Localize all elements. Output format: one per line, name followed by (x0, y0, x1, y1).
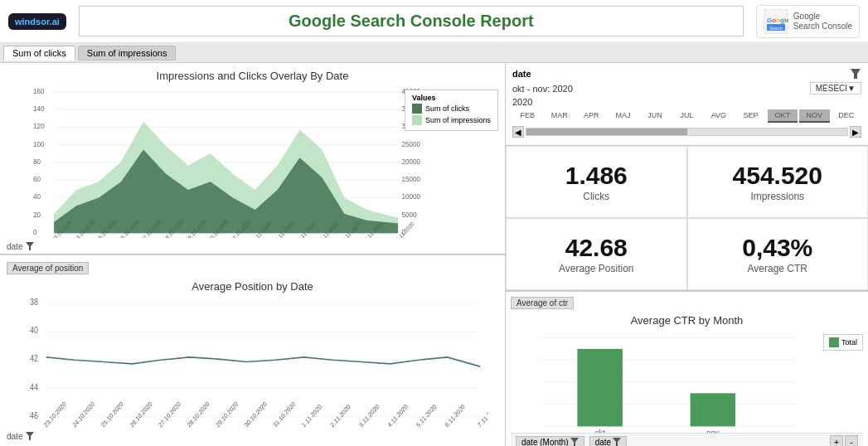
meseci-button[interactable]: MESECI ▼ (810, 82, 861, 95)
legend-title: Values (412, 94, 491, 102)
slider-row: ◀ ▶ (512, 126, 861, 138)
chart-legend: Values Sum of clicks Sum of impressions (405, 90, 498, 131)
svg-marker-76 (26, 432, 34, 440)
month-apr[interactable]: APR (576, 109, 606, 123)
ctr-legend: Total (823, 334, 863, 351)
svg-text:2.11.2020: 2.11.2020 (329, 403, 352, 428)
svg-text:40: 40 (33, 192, 41, 201)
clicks-label: Clicks (583, 191, 609, 202)
clicks-value: 1.486 (565, 162, 628, 189)
svg-text:27.10.2020: 27.10.2020 (157, 400, 182, 428)
date-range: okt - nov: 2020 MESECI ▼ (512, 82, 861, 95)
tabs-bar: Sum of clicks Sum of impressions (0, 43, 868, 63)
filter-icon4[interactable] (613, 438, 621, 446)
svg-text:80: 80 (33, 158, 41, 166)
svg-text:140: 140 (33, 104, 45, 113)
month-nov[interactable]: NOV (799, 109, 829, 123)
date-label2: date (7, 432, 22, 441)
svg-text:160: 160 (33, 86, 45, 95)
google-logo-text: GoogleSearch Console (793, 12, 852, 32)
svg-text:okt: okt (595, 429, 605, 433)
svg-text:24.10.2020: 24.10.2020 (71, 400, 96, 428)
filter-icon3[interactable] (570, 438, 579, 446)
google-logo: Google Search GoogleSearch Console (756, 5, 860, 38)
left-panel: Impressions and Clicks Overlay By Date 1… (0, 63, 506, 446)
bar-okt (577, 349, 622, 426)
date-filter-label: date (512, 69, 531, 79)
position-section: Average of position Average Position by … (0, 255, 505, 446)
ctr-chart: 0,0045 0,0044 0,0043 0,0042 0,0041 okt n… (540, 330, 826, 433)
position-label: Average Position (559, 263, 634, 274)
metric-clicks: 1.486 Clicks (506, 146, 687, 218)
svg-marker-91 (613, 438, 621, 446)
month-jul[interactable]: JUL (672, 109, 701, 123)
month-okt[interactable]: OKT (768, 109, 798, 123)
windsor-logo: windsor.ai (8, 13, 66, 30)
month-feb[interactable]: FEB (512, 109, 542, 123)
svg-text:29.10.2020: 29.10.2020 (215, 400, 240, 428)
metric-ctr: 0,43% Average CTR (687, 218, 869, 290)
metric-impressions: 454.520 Impressions (687, 146, 869, 218)
svg-text:20000: 20000 (402, 158, 421, 166)
impressions-value: 454.520 (733, 162, 822, 189)
slider-right-btn[interactable]: ▶ (850, 126, 861, 138)
month-dec[interactable]: DEC (832, 109, 861, 123)
svg-text:5.11.2020: 5.11.2020 (415, 403, 438, 428)
date-month-filter-btn[interactable]: date (Month) (516, 436, 584, 447)
svg-text:1.11.2020: 1.11.2020 (300, 403, 323, 428)
month-maj[interactable]: MAJ (608, 109, 638, 123)
slider-left-btn[interactable]: ◀ (512, 126, 524, 138)
svg-text:25000: 25000 (402, 139, 421, 148)
slider-fill (526, 128, 687, 135)
bar-nov (691, 393, 735, 426)
impressions-clicks-section: Impressions and Clicks Overlay By Date 1… (0, 63, 505, 255)
plus-btn[interactable]: + (830, 435, 843, 446)
svg-text:38: 38 (30, 298, 38, 308)
chart2-date-filter[interactable]: date (7, 431, 35, 441)
impressions-clicks-title: Impressions and Clicks Overlay By Date (7, 70, 498, 82)
svg-text:42: 42 (30, 354, 38, 364)
chart2-date-row: date (7, 431, 498, 441)
slider-track[interactable] (526, 128, 848, 136)
main-content: Impressions and Clicks Overlay By Date 1… (0, 63, 868, 446)
position-chart: 38 40 42 44 46 23.10.2020 24.10.2020 (30, 296, 488, 428)
month-mar[interactable]: MAR (544, 109, 574, 123)
tab-sum-impressions[interactable]: Sum of impressions (78, 46, 177, 61)
header: windsor.ai Google Search Console Report … (0, 0, 868, 43)
month-jun[interactable]: JUN (640, 109, 670, 123)
svg-text:60: 60 (33, 175, 41, 183)
metrics-grid: 1.486 Clicks 454.520 Impressions 42.68 A… (506, 146, 868, 290)
date-filter-header: date (512, 68, 861, 80)
svg-text:Google: Google (767, 17, 788, 24)
svg-text:120: 120 (33, 122, 45, 130)
filter-icon[interactable] (25, 241, 35, 251)
ctr-legend-color (829, 337, 839, 347)
month-avg[interactable]: AVG (704, 109, 734, 123)
year-label: 2020 (512, 97, 861, 107)
svg-text:100: 100 (33, 139, 45, 148)
date-filter-icon[interactable] (850, 68, 861, 80)
ctr-chart-title: Average CTR by Month (511, 314, 863, 327)
svg-text:3.11.2020: 3.11.2020 (357, 403, 381, 428)
svg-marker-90 (570, 438, 579, 446)
svg-text:46: 46 (30, 410, 38, 420)
ctr-value: 0,43% (742, 234, 812, 261)
legend-impressions: Sum of impressions (412, 115, 491, 125)
svg-text:40: 40 (30, 326, 38, 336)
minus-btn[interactable]: - (845, 435, 858, 446)
svg-text:20: 20 (33, 211, 41, 219)
svg-text:6.11.2020: 6.11.2020 (444, 403, 467, 428)
ctr-label: Average CTR (748, 263, 807, 274)
month-sep[interactable]: SEP (735, 109, 765, 123)
legend-impressions-color (412, 115, 422, 125)
date-filter-btn[interactable]: date (589, 436, 627, 447)
date-filter-panel: date okt - nov: 2020 MESECI ▼ 2020 FEB M… (506, 63, 868, 146)
svg-text:10000: 10000 (402, 192, 421, 201)
svg-text:25.10.2020: 25.10.2020 (99, 400, 124, 428)
filter-icon2[interactable] (25, 431, 35, 441)
tab-sum-clicks[interactable]: Sum of clicks (3, 46, 75, 61)
chart1-date-filter[interactable]: date (7, 241, 35, 251)
position-value: 42.68 (565, 234, 628, 261)
svg-text:nov: nov (707, 429, 720, 433)
right-panel: date okt - nov: 2020 MESECI ▼ 2020 FEB M… (506, 63, 868, 446)
